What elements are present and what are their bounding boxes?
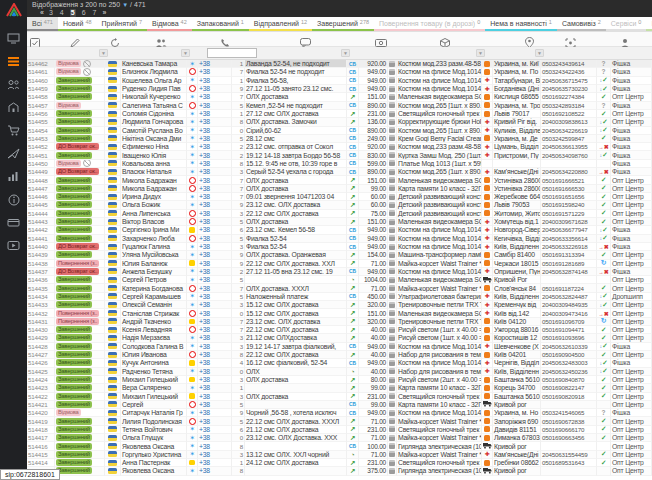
order-row-514436[interactable]: 514436ЗавершенийСергей Петров✶+385◔1004.… <box>27 276 652 284</box>
order-row-514414[interactable]: 514414ЗавершенийАнна Пастернак+38124.12 … <box>27 459 652 467</box>
order-row-514429[interactable]: 514429ЗавершенийНадія Мерзаєва✶+38321.12… <box>27 334 652 342</box>
video-icon[interactable] <box>6 238 21 253</box>
order-row-514456[interactable]: 514456ЗавершенийСоломія Сідоніна✶+38127.… <box>27 110 652 118</box>
tracking-status-cell: ✓ <box>597 417 611 425</box>
order-row-514444[interactable]: 514444ЗавершенийАнна Липенська+38322.12 … <box>27 210 652 218</box>
tab-сервіси[interactable]: Сервіси0 <box>606 17 647 31</box>
tab-відправлений[interactable]: Відправлений12 <box>249 17 312 31</box>
stats-icon[interactable] <box>6 169 21 184</box>
page-button-3[interactable]: 3 <box>48 9 54 17</box>
order-row-514451[interactable]: 514451ЗавершенийІващенко Юлія✶+38219.12 … <box>27 151 652 159</box>
order-row-514431[interactable]: 514431Повернення (з..Андрій Ткаченко+387… <box>27 318 652 326</box>
phone-filter-input[interactable] <box>207 48 257 58</box>
order-row-514434[interactable]: 514434ЗавершенийСергей Карамышев✶+385Нал… <box>27 293 652 301</box>
tracking-status-cell: ↓✓ <box>597 301 611 309</box>
order-row-514439[interactable]: 514439ЗавершенийУляна Мусійовська✶+389ОЛ… <box>27 251 652 259</box>
last-page-button[interactable]: » <box>102 9 105 17</box>
tab-завершений[interactable]: Завершений278 <box>312 17 374 31</box>
order-row-514426[interactable]: 514426ЗавершенийКучук Антонина+38416.12 … <box>27 359 652 367</box>
order-row-514452[interactable]: 514452ДО Возврат ок..Єфименко Ніна✶+3822… <box>27 143 652 151</box>
order-row-514424[interactable]: 514424ЗавершенийМихаил Гилецький+383ОЛХ … <box>27 376 652 384</box>
order-row-514422[interactable]: 514422ЗавершенийМихаил Гилецький+383ОЛХ … <box>27 393 652 401</box>
order-row-514457[interactable]: 514457ВідмоваСалегина Татьяна С+385Кемел… <box>27 102 652 110</box>
order-row-514445[interactable]: 514445ЗавершенийОльга Божик✶+38923.12 см… <box>27 201 652 209</box>
tab-новий[interactable]: Новий48 <box>58 17 97 31</box>
order-row-514435[interactable]: 514435ЗавершенийКатерина Богданова+387ОЛ… <box>27 284 652 292</box>
operator-cell: ✶ <box>187 268 198 276</box>
order-row-514455[interactable]: 514455ЗавершенийЛюдмила Гончарова✶+388ОЛ… <box>27 118 652 126</box>
tab-count: 12 <box>301 19 307 25</box>
company-icon[interactable] <box>6 100 21 115</box>
product-filter-dropdown[interactable]: ▼ <box>476 49 485 57</box>
order-row-514460[interactable]: 514460ЗавершенийКошелева Ольга Ар✶+381Фи… <box>27 77 652 85</box>
order-row-514453[interactable]: 514453ЗавершенийНікітіна Оксана Дми✶+385… <box>27 135 652 143</box>
tab-прийнятий[interactable]: Прийнятий7 <box>97 17 148 31</box>
tracking-number-cell <box>541 467 597 475</box>
campaigns-icon[interactable] <box>6 146 21 161</box>
order-row-514413[interactable]: 514413ЗавершенийЯковлева Оксана✶+388↗375… <box>27 467 652 475</box>
order-row-514423[interactable]: 514423ЗавершенийВера Скляренко✶+381↗99.0… <box>27 384 652 392</box>
page-button-6[interactable]: 6 <box>81 9 87 17</box>
order-row-514454[interactable]: 514454ЗавершенийСамотій Руслана Во✶+380С… <box>27 127 652 135</box>
tab-повернення-товару-в-дорозі-[interactable]: Повернення товару (в дорозі)0 <box>374 17 485 31</box>
order-row-514448[interactable]: 514448ЗавершенийМикола Бадражан+387ОЛХ д… <box>27 176 652 184</box>
order-row-514415[interactable]: 514415ЗавершенийГоргулько Христина✶+3831… <box>27 451 652 459</box>
order-row-514440[interactable]: 514440ДО Возврат ок..Гуцалюк Галина✶+383… <box>27 243 652 251</box>
order-row-514441[interactable]: 514441ЗавершенийЗахарченко Люба+385Фиалк… <box>27 235 652 243</box>
page-button-7[interactable]: 7 <box>92 9 98 17</box>
order-row-514437[interactable]: 514437ДО Возврат ок..Анжела Безушку✶+382… <box>27 268 652 276</box>
order-row-514425[interactable]: 514425ЗавершенийРадченко Тетяна✶+380ОЛХ◔… <box>27 368 652 376</box>
order-row-514443[interactable]: 514443ЗавершенийВіктор Власов+385ОЛХ дос… <box>27 218 652 226</box>
order-row-514417[interactable]: 514417ЗавершенийОльга Глущук✶+38023.12 с… <box>27 434 652 442</box>
contacts-icon[interactable] <box>6 77 21 92</box>
order-row-514447[interactable]: 514447ЗавершенийМикола Бадражан+387ОЛХ д… <box>27 185 652 193</box>
order-row-514418[interactable]: 514418ЗавершенийТетяна Войтович✶+38621.1… <box>27 426 652 434</box>
order-row-514433[interactable]: 514433ЗавершенийОлексій Семанін✶+38315.1… <box>27 301 652 309</box>
display-icon[interactable] <box>6 31 21 46</box>
address-cell: Львів 79017 <box>493 110 541 118</box>
tab-всі[interactable]: Всі471 <box>27 17 58 31</box>
tab-в-дорозі-додому[interactable]: В дорозі додому0 <box>646 17 652 31</box>
order-row-514446[interactable]: 514446ЗавершенийИрина Дидух✶+38709.01 зв… <box>27 193 652 201</box>
order-row-514432[interactable]: 514432Повернення (з..Станіслав Стрижак+3… <box>27 309 652 317</box>
page-button-5[interactable]: 5 <box>70 9 76 17</box>
calls-count-cell: 9 <box>232 260 245 268</box>
tab-нема-в-наявності[interactable]: Нема в наявності1 <box>485 17 557 31</box>
order-row-514461[interactable]: 514461ВідмоваБлизнюк Людмила+387Фиалка 5… <box>27 68 652 76</box>
order-row-514449[interactable]: 514449ДО Возврат ок..Власюк Наталья✶+383… <box>27 168 652 176</box>
order-row-514430[interactable]: 514430ЗавершенийКсенія Левадняя+38722.12… <box>27 326 652 334</box>
comment-filter-dropdown[interactable]: ▼ <box>341 49 350 57</box>
order-row-514419[interactable]: 514419ЗавершенийЛилия Подолинская+38522.… <box>27 417 652 425</box>
product-icon <box>389 227 395 233</box>
payment-card-icon: СБ <box>349 443 356 449</box>
order-row-514458[interactable]: 514458ЗавершенийНиколай Кучеренко✶+387ОЛ… <box>27 93 652 101</box>
page-button-4[interactable]: 4 <box>59 9 65 17</box>
cart-icon[interactable] <box>6 123 21 138</box>
order-row-514442[interactable]: 514442ЗавершенийСергієнко Ірина Ми+38623… <box>27 226 652 234</box>
display-range-dropdown[interactable]: ▼ <box>122 1 128 9</box>
payment-cell: ↗ <box>347 309 359 317</box>
first-page-button[interactable]: « <box>40 9 43 17</box>
order-row-514420[interactable]: 514420ВідмоваСитарчук Наталія Гр✶+389Чор… <box>27 409 652 417</box>
payments-icon[interactable] <box>6 215 21 230</box>
order-row-514421[interactable]: 514421ЗавершенийСергей+385СБ99.00Карта п… <box>27 401 652 409</box>
tab-відмова[interactable]: Відмова42 <box>147 17 192 31</box>
order-row-514428[interactable]: 514428ЗавершенийСолодкова Галина В✶+3831… <box>27 343 652 351</box>
status-filter-dropdown[interactable]: ▼ <box>99 49 108 57</box>
customer-filter-dropdown[interactable]: ▼ <box>181 49 190 57</box>
order-row-514427[interactable]: 514427ЗавершенийЮлия Иванова+38822.12 см… <box>27 351 652 359</box>
ukrposhta-icon <box>484 335 490 341</box>
order-row-514459[interactable]: 514459ЗавершенийРуденко Лидия Пав+38927.… <box>27 85 652 93</box>
carrier-cell <box>482 417 493 425</box>
order-row-514462[interactable]: 514462ВідмоваКаневська Тамара✶+381Лаванд… <box>27 60 652 68</box>
order-row-514450[interactable]: 514450ВідмоваКовальова анна✶+38815.12. 9… <box>27 160 652 168</box>
product-name-cell: Карта памяти 10 класс - 32Гб *1 <box>397 401 482 409</box>
orders-menu-icon[interactable] <box>6 54 21 69</box>
info-icon[interactable] <box>6 192 21 207</box>
address-filter-dropdown[interactable]: ▼ <box>535 49 544 57</box>
order-row-514438[interactable]: 514438Повернення (з..Юлия Баланюк+38922.… <box>27 260 652 268</box>
tab-запакований[interactable]: Запакований1 <box>192 17 249 31</box>
tab-самовивіз[interactable]: Самовивіз2 <box>557 17 606 31</box>
order-row-514416[interactable]: 514416ЗавершенийЯковлева Оксана✶+388СБ10… <box>27 442 652 450</box>
status-badge: Відмова <box>56 68 81 75</box>
